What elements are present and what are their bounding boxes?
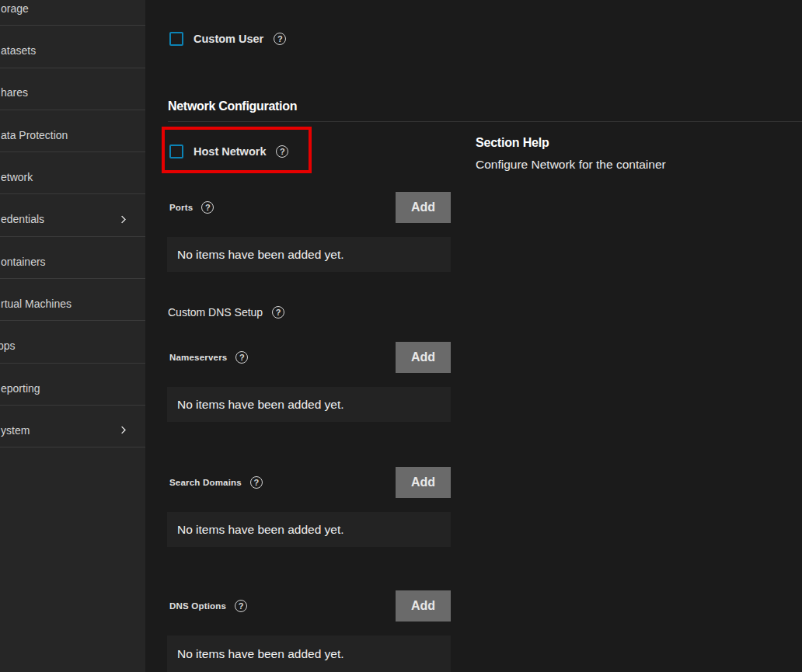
sidebar: orage atasets hares ata Protection etwor… [0,0,145,672]
host-network-checkbox[interactable] [169,144,183,158]
sidebar-item-label: ata Protection [1,129,68,141]
dns-options-header: DNS Options ? Add [167,590,451,622]
sidebar-item-datasets[interactable]: atasets [0,26,145,68]
ports-label: Ports [169,203,193,212]
sidebar-item-virtual-machines[interactable]: rtual Machines [0,279,145,321]
ports-header: Ports ? Add [167,192,451,223]
help-icon[interactable]: ? [250,476,263,489]
search-domains-label: Search Domains [169,478,242,487]
nameservers-header: Nameservers ? Add [167,342,451,373]
sidebar-item-label: orage [1,2,29,15]
sidebar-item-containers[interactable]: ontainers [0,237,145,279]
empty-text: No items have been added yet. [177,523,344,537]
host-network-label: Host Network [194,145,266,158]
dns-options-empty-message: No items have been added yet. [167,635,451,672]
search-domains-empty-message: No items have been added yet. [167,512,451,547]
help-icon[interactable]: ? [235,351,248,364]
help-icon[interactable]: ? [276,145,288,158]
sidebar-item-label: rtual Machines [1,298,71,310]
help-icon[interactable]: ? [235,600,247,612]
host-network-row: Host Network ? [169,144,288,158]
section-divider [168,121,802,122]
sidebar-item-data-protection[interactable]: ata Protection [0,110,145,152]
dns-options-section: DNS Options ? Add No items have been add… [167,590,451,672]
sidebar-item-apps[interactable]: pps [0,321,145,363]
dns-options-label: DNS Options [169,601,226,611]
sidebar-item-label: hares [1,86,28,99]
sidebar-item-shares[interactable]: hares [0,68,145,110]
sidebar-item-label: ontainers [1,256,46,268]
chevron-right-icon [117,214,129,225]
search-domains-add-button[interactable]: Add [396,467,451,498]
sidebar-item-label: pps [0,339,16,352]
sidebar-item-label: eporting [1,382,40,395]
sidebar-item-reporting[interactable]: eporting [0,364,145,406]
help-icon[interactable]: ? [272,306,284,319]
sidebar-item-credentials[interactable]: edentials [0,194,145,236]
sidebar-item-label: ystem [1,424,30,437]
section-help-panel: Section Help Configure Network for the c… [476,136,666,172]
empty-text: No items have been added yet. [177,647,344,661]
sidebar-nav: orage atasets hares ata Protection etwor… [0,0,145,447]
dns-options-add-button[interactable]: Add [396,590,451,622]
help-icon[interactable]: ? [274,33,286,45]
help-icon[interactable]: ? [201,201,214,214]
custom-user-label: Custom User [194,33,263,45]
section-title: Network Configuration [168,99,297,113]
nameservers-add-button[interactable]: Add [396,342,451,373]
sidebar-item-label: etwork [1,171,33,183]
search-domains-header: Search Domains ? Add [167,467,451,498]
sidebar-item-network[interactable]: etwork [0,152,145,194]
ports-section: Ports ? Add No items have been added yet… [167,192,451,272]
ports-empty-message: No items have been added yet. [167,237,451,272]
search-domains-section: Search Domains ? Add No items have been … [167,467,451,547]
custom-user-checkbox[interactable] [169,32,183,46]
empty-text: No items have been added yet. [177,248,344,262]
sidebar-item-storage[interactable]: orage [0,0,145,26]
section-help-body: Configure Network for the container [476,158,666,172]
empty-text: No items have been added yet. [177,398,344,412]
sidebar-item-label: edentials [1,213,44,225]
custom-dns-setup-row: Custom DNS Setup ? [168,306,284,319]
nameservers-empty-message: No items have been added yet. [167,387,451,422]
main-content: Custom User ? Network Configuration Host… [145,0,802,672]
ports-add-button[interactable]: Add [396,192,451,223]
nameservers-label: Nameservers [169,353,227,362]
custom-dns-setup-label: Custom DNS Setup [168,306,263,319]
sidebar-item-label: atasets [1,44,36,57]
section-help-title: Section Help [476,136,666,150]
chevron-right-icon [117,424,129,436]
nameservers-section: Nameservers ? Add No items have been add… [167,342,451,422]
custom-user-row: Custom User ? [169,32,286,46]
sidebar-item-system[interactable]: ystem [0,406,145,447]
